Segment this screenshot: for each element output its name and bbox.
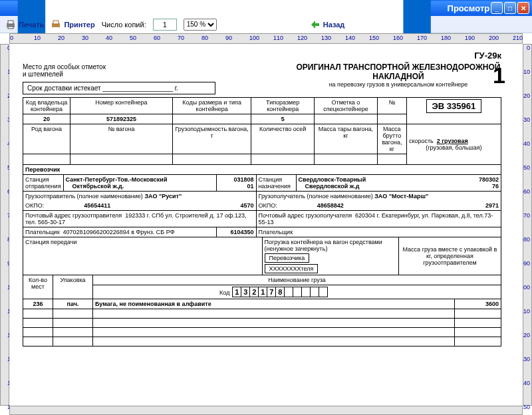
form-header: ОРИГИНАЛ ТРАНСПОРТНОЙ ЖЕЛЕЗНОДОРОЖНОЙ НА… [295,63,501,88]
back-icon [310,19,321,30]
ruler-horizontal: 0102030405060708090100110120130140150160… [9,33,523,44]
waybill-number: ЭВ 335961 [426,99,482,113]
svg-rect-4 [8,27,13,29]
back-button[interactable]: Назад [310,19,345,30]
ruler-vertical-left: 0102030405060708090100110120130140150 [0,44,9,406]
svg-rect-6 [53,21,59,24]
copies-input[interactable] [153,19,177,31]
copies-label: Число копий: [102,21,146,29]
maximize-button[interactable]: □ [504,2,516,14]
carrier-table: Перевозчик Станция отправления Санкт-Пет… [23,164,501,237]
header-subtitle: на перевозку грузов в универсальном конт… [295,81,501,88]
svg-rect-3 [8,21,13,24]
printer-icon [51,19,61,30]
document-page: ГУ-29к Место для особых отметок и штемпе… [23,51,501,346]
form-number-1: 1 [493,63,505,88]
ruler-vertical-right: 0-10-20-30-40-50-60-70-80-90-100-110-120… [523,44,532,406]
container-table: Код владельца контейнера Номер контейнер… [23,97,501,165]
header-title: ОРИГИНАЛ ТРАНСПОРТНОЙ ЖЕЛЕЗНОДОРОЖНОЙ НА… [295,63,501,81]
back-label: Назад [323,21,345,29]
cargo-table: Кол-во мест Упаковка Наименование груза … [23,275,501,346]
window-title: Просмотр [448,3,490,13]
print-button[interactable]: Печать [5,19,44,30]
printer-label: Принтер [64,21,94,29]
form-code: ГУ-29к [23,51,501,61]
zoom-select[interactable]: 150 % [184,19,217,31]
minimize-button[interactable]: _ [491,2,503,14]
preview-canvas[interactable]: ГУ-29к Место для особых отметок и штемпе… [9,44,523,406]
transfer-table: Станция передачи Погрузка контейнера на … [23,237,501,275]
print-label: Печать [19,21,44,29]
close-button[interactable]: ✕ [517,2,529,14]
print-icon [5,19,16,30]
scrollbar-horizontal[interactable] [9,406,523,415]
delivery-deadline: Срок доставки истекает _________________… [23,82,215,94]
printer-button[interactable]: Принтер [51,19,94,30]
cargo-code: 132178 [233,287,328,297]
titlebar: Просмотр _ □ ✕ [0,0,532,16]
